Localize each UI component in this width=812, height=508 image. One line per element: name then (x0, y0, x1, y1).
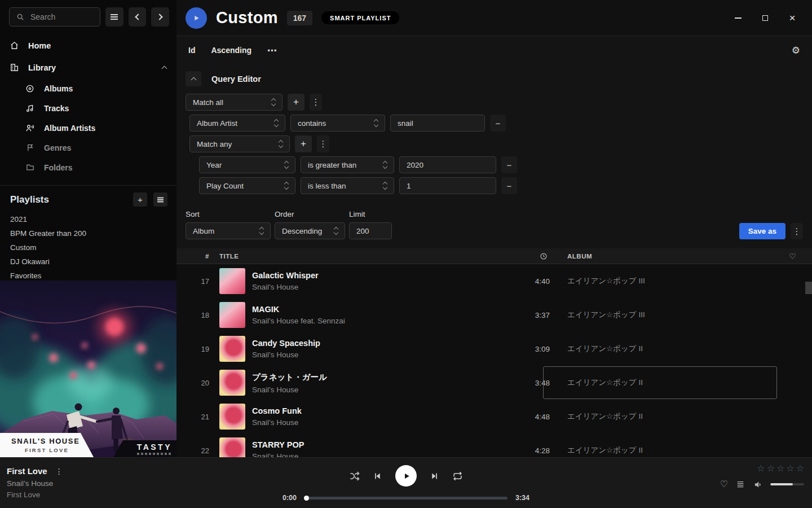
rule-operator-select[interactable]: is greater than (301, 156, 394, 173)
track-options-icon[interactable]: ⋮ (55, 467, 63, 476)
track-row[interactable]: 20 プラネット・ガール Snail’s House 3:48 エイリアン☆ポッ… (176, 366, 812, 400)
maximize-button[interactable] (760, 13, 770, 23)
rule-value-input[interactable] (399, 156, 496, 173)
rule-menu-button[interactable]: ⋮ (310, 94, 322, 111)
playlist-item[interactable]: BPM Greater than 200 (0, 226, 176, 240)
star-icon[interactable]: ☆ (776, 464, 784, 473)
collapse-chevron-icon[interactable] (162, 66, 167, 72)
forward-button[interactable] (151, 7, 169, 27)
close-button[interactable]: × (787, 13, 797, 23)
sidebar-item-tracks[interactable]: Tracks (0, 98, 176, 118)
sidebar-item-albums[interactable]: Albums (0, 78, 176, 98)
queue-icon[interactable] (735, 479, 745, 489)
sort-order-control[interactable]: Ascending (211, 46, 251, 55)
back-button[interactable] (129, 7, 147, 27)
add-rule-button[interactable]: + (288, 94, 304, 111)
select-caret-icon (383, 181, 388, 191)
rule-operator-select[interactable]: is less than (301, 177, 394, 194)
playlist-item[interactable]: DJ Okawari (0, 255, 176, 269)
volume-icon[interactable] (753, 479, 763, 489)
now-playing-artwork[interactable]: SNAIL'S HOUSE FIRST LOVE TASTY (0, 281, 176, 457)
next-icon (430, 471, 439, 481)
playlist-list-button[interactable] (153, 192, 167, 207)
play-button[interactable] (395, 465, 417, 487)
star-icon[interactable]: ☆ (767, 464, 775, 473)
save-menu-button[interactable]: ⋮ (791, 223, 803, 239)
rule-field-select[interactable]: Year (199, 156, 295, 173)
close-icon: × (789, 12, 795, 23)
search-input[interactable]: Search (9, 7, 100, 27)
add-playlist-button[interactable]: + (133, 192, 147, 207)
chevron-right-icon (156, 14, 162, 20)
playlist-item[interactable]: 2021 (0, 212, 176, 226)
more-options-icon[interactable]: ⋯ (267, 45, 277, 56)
sidebar-item-library[interactable]: Library (0, 56, 176, 78)
sidebar-item-album-artists[interactable]: Album Artists (0, 118, 176, 138)
track-row[interactable]: 22 STARRY POP Snail’s House 4:28 エイリアン☆ポ… (176, 433, 812, 457)
add-rule-button[interactable]: + (295, 135, 312, 152)
track-row[interactable]: 19 Candy Spaceship Snail’s House 3:09 エイ… (176, 332, 812, 366)
rule-operator-select[interactable]: contains (290, 115, 385, 132)
rule-field-select[interactable]: Play Count (199, 177, 295, 194)
remove-rule-button[interactable]: − (501, 156, 517, 173)
heart-icon[interactable]: ♡ (789, 252, 796, 261)
repeat-button[interactable] (452, 471, 463, 481)
playlist-item[interactable]: Custom (0, 240, 176, 255)
seek-handle[interactable] (304, 496, 309, 501)
limit-input[interactable] (349, 222, 392, 239)
minimize-button[interactable] (733, 13, 743, 23)
remove-rule-button[interactable]: − (501, 177, 517, 194)
track-album: エイリアン☆ポップ III (550, 310, 812, 320)
rule-menu-button[interactable]: ⋮ (317, 135, 329, 152)
sort-group: Sort Album (186, 210, 271, 239)
album-art-thumb (219, 336, 245, 362)
sidebar-item-folders[interactable]: Folders (0, 157, 176, 177)
seek-bar[interactable] (304, 497, 508, 500)
order-select[interactable]: Descending (275, 222, 345, 239)
sort-select[interactable]: Album (186, 222, 271, 239)
match-type-select[interactable]: Match any (189, 135, 290, 152)
rule-value-input[interactable] (390, 115, 485, 132)
menu-button[interactable] (105, 7, 123, 27)
track-row[interactable]: 21 Cosmo Funk Snail’s House 4:48 エイリアン☆ポ… (176, 400, 812, 433)
star-icon[interactable]: ☆ (786, 464, 794, 473)
column-title[interactable]: TITLE (219, 253, 516, 260)
collapse-query-button[interactable] (186, 71, 201, 86)
track-duration: 4:40 (516, 277, 550, 286)
vertical-scrollbar-thumb[interactable] (805, 282, 812, 294)
remove-rule-button[interactable]: − (490, 115, 506, 132)
next-button[interactable] (430, 471, 439, 481)
track-row[interactable]: 18 MAGIK Snail’s House feat. Sennzai 3:3… (176, 298, 812, 332)
favorite-heart-icon[interactable]: ♡ (720, 480, 728, 489)
sidebar-item-label: Tracks (44, 104, 69, 113)
column-album[interactable]: ALBUM ♡ (550, 252, 812, 261)
rule-value-input[interactable] (399, 177, 496, 194)
sort-by-control[interactable]: Id (188, 46, 195, 55)
sidebar-item-genres[interactable]: Genres (0, 138, 176, 157)
play-playlist-button[interactable] (186, 7, 207, 29)
sort-label: Sort (186, 210, 271, 218)
previous-icon (373, 471, 382, 481)
star-icon[interactable]: ☆ (757, 464, 765, 473)
track-title: Galactic Whisper (252, 271, 516, 280)
now-playing-artist: Snail’s House (7, 479, 63, 488)
volume-slider[interactable] (770, 483, 804, 485)
previous-button[interactable] (373, 471, 382, 481)
play-icon (192, 14, 201, 23)
column-index[interactable]: # (176, 253, 209, 260)
settings-gear-icon[interactable]: ⚙ (792, 45, 800, 56)
album-art-thumb (219, 404, 245, 430)
select-caret-icon (383, 160, 388, 170)
rule-field-select[interactable]: Album Artist (189, 115, 285, 132)
star-icon[interactable]: ☆ (796, 464, 804, 473)
shuffle-button[interactable] (349, 471, 360, 481)
minimize-icon (735, 17, 742, 19)
rating-stars[interactable]: ☆☆☆☆☆ (757, 464, 804, 473)
save-as-button[interactable]: Save as (739, 223, 785, 239)
column-duration[interactable] (516, 252, 550, 260)
track-artist: Snail’s House (252, 386, 516, 394)
track-row[interactable]: 17 Galactic Whisper Snail’s House 4:40 エ… (176, 264, 812, 298)
match-type-select[interactable]: Match all (186, 94, 283, 111)
sidebar-item-home[interactable]: Home (0, 34, 176, 56)
disc-icon (25, 84, 35, 94)
